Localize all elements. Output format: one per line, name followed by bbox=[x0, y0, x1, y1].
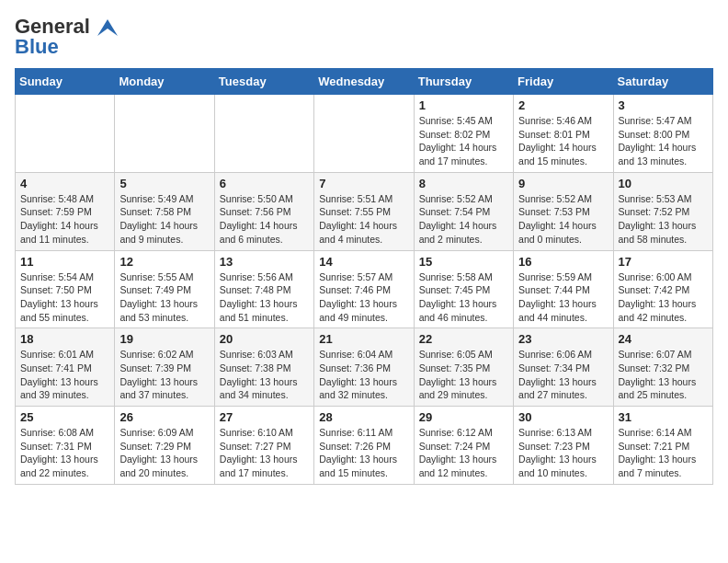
day-number: 11 bbox=[20, 255, 109, 269]
day-number: 6 bbox=[220, 177, 309, 190]
day-info: Sunrise: 5:55 AM Sunset: 7:49 PM Dayligh… bbox=[119, 270, 209, 325]
day-cell: 23Sunrise: 6:06 AM Sunset: 7:34 PM Dayli… bbox=[514, 328, 613, 407]
day-cell: 17Sunrise: 6:00 AM Sunset: 7:42 PM Dayli… bbox=[613, 250, 712, 328]
day-info: Sunrise: 5:46 AM Sunset: 8:01 PM Dayligh… bbox=[518, 114, 608, 168]
weekday-header-thursday: Thursday bbox=[414, 69, 513, 95]
day-cell: 21Sunrise: 6:04 AM Sunset: 7:36 PM Dayli… bbox=[314, 328, 414, 407]
day-cell: 30Sunrise: 6:13 AM Sunset: 7:23 PM Dayli… bbox=[514, 407, 613, 485]
day-info: Sunrise: 6:10 AM Sunset: 7:27 PM Dayligh… bbox=[220, 426, 309, 480]
week-row-3: 11Sunrise: 5:54 AM Sunset: 7:50 PM Dayli… bbox=[16, 250, 713, 328]
day-info: Sunrise: 5:53 AM Sunset: 7:52 PM Dayligh… bbox=[619, 192, 708, 247]
day-info: Sunrise: 6:03 AM Sunset: 7:38 PM Dayligh… bbox=[220, 348, 309, 402]
day-cell: 25Sunrise: 6:08 AM Sunset: 7:31 PM Dayli… bbox=[16, 407, 115, 485]
day-info: Sunrise: 6:08 AM Sunset: 7:31 PM Dayligh… bbox=[20, 426, 109, 480]
day-cell bbox=[16, 95, 115, 173]
day-cell: 6Sunrise: 5:50 AM Sunset: 7:56 PM Daylig… bbox=[214, 172, 313, 250]
day-number: 18 bbox=[20, 332, 109, 346]
day-cell: 18Sunrise: 6:01 AM Sunset: 7:41 PM Dayli… bbox=[16, 328, 115, 407]
day-cell: 9Sunrise: 5:52 AM Sunset: 7:53 PM Daylig… bbox=[514, 172, 613, 250]
day-number: 31 bbox=[619, 410, 708, 424]
logo-bird-icon bbox=[97, 19, 118, 36]
day-cell: 24Sunrise: 6:07 AM Sunset: 7:32 PM Dayli… bbox=[613, 328, 712, 407]
calendar-table: SundayMondayTuesdayWednesdayThursdayFrid… bbox=[15, 68, 713, 485]
weekday-header-friday: Friday bbox=[514, 69, 613, 95]
day-number: 24 bbox=[619, 332, 708, 346]
day-number: 12 bbox=[119, 255, 209, 269]
day-info: Sunrise: 6:01 AM Sunset: 7:41 PM Dayligh… bbox=[20, 348, 109, 402]
day-info: Sunrise: 5:47 AM Sunset: 8:00 PM Dayligh… bbox=[619, 114, 708, 168]
day-cell: 31Sunrise: 6:14 AM Sunset: 7:21 PM Dayli… bbox=[613, 407, 712, 485]
weekday-header-monday: Monday bbox=[115, 69, 214, 95]
day-cell: 22Sunrise: 6:05 AM Sunset: 7:35 PM Dayli… bbox=[414, 328, 513, 407]
day-info: Sunrise: 6:13 AM Sunset: 7:23 PM Dayligh… bbox=[518, 426, 608, 480]
day-number: 20 bbox=[220, 332, 309, 346]
day-number: 8 bbox=[419, 177, 508, 190]
week-row-1: 1Sunrise: 5:45 AM Sunset: 8:02 PM Daylig… bbox=[16, 95, 713, 173]
day-cell: 15Sunrise: 5:58 AM Sunset: 7:45 PM Dayli… bbox=[414, 250, 513, 328]
day-info: Sunrise: 6:14 AM Sunset: 7:21 PM Dayligh… bbox=[619, 426, 708, 480]
day-cell: 14Sunrise: 5:57 AM Sunset: 7:46 PM Dayli… bbox=[314, 250, 414, 328]
day-cell: 11Sunrise: 5:54 AM Sunset: 7:50 PM Dayli… bbox=[16, 250, 115, 328]
day-cell: 29Sunrise: 6:12 AM Sunset: 7:24 PM Dayli… bbox=[414, 407, 513, 485]
day-info: Sunrise: 6:11 AM Sunset: 7:26 PM Dayligh… bbox=[319, 426, 408, 480]
day-info: Sunrise: 5:58 AM Sunset: 7:45 PM Dayligh… bbox=[419, 270, 508, 325]
page-header: General Blue bbox=[15, 15, 713, 59]
day-info: Sunrise: 5:50 AM Sunset: 7:56 PM Dayligh… bbox=[220, 192, 309, 247]
day-number: 25 bbox=[20, 410, 109, 424]
day-info: Sunrise: 6:12 AM Sunset: 7:24 PM Dayligh… bbox=[419, 426, 508, 480]
weekday-header-tuesday: Tuesday bbox=[214, 69, 313, 95]
day-number: 23 bbox=[518, 332, 608, 346]
week-row-5: 25Sunrise: 6:08 AM Sunset: 7:31 PM Dayli… bbox=[16, 407, 713, 485]
day-number: 5 bbox=[119, 177, 209, 190]
day-info: Sunrise: 5:56 AM Sunset: 7:48 PM Dayligh… bbox=[220, 270, 309, 325]
day-number: 13 bbox=[220, 255, 309, 269]
day-info: Sunrise: 6:04 AM Sunset: 7:36 PM Dayligh… bbox=[319, 348, 408, 402]
day-cell: 28Sunrise: 6:11 AM Sunset: 7:26 PM Dayli… bbox=[314, 407, 414, 485]
day-info: Sunrise: 5:57 AM Sunset: 7:46 PM Dayligh… bbox=[319, 270, 408, 325]
week-row-4: 18Sunrise: 6:01 AM Sunset: 7:41 PM Dayli… bbox=[16, 328, 713, 407]
day-number: 10 bbox=[619, 177, 708, 190]
day-cell: 2Sunrise: 5:46 AM Sunset: 8:01 PM Daylig… bbox=[514, 95, 613, 173]
day-cell: 19Sunrise: 6:02 AM Sunset: 7:39 PM Dayli… bbox=[115, 328, 214, 407]
day-number: 3 bbox=[619, 98, 708, 112]
day-cell: 5Sunrise: 5:49 AM Sunset: 7:58 PM Daylig… bbox=[115, 172, 214, 250]
day-number: 7 bbox=[319, 177, 408, 190]
day-info: Sunrise: 5:52 AM Sunset: 7:54 PM Dayligh… bbox=[419, 192, 508, 247]
day-number: 9 bbox=[518, 177, 608, 190]
day-info: Sunrise: 5:45 AM Sunset: 8:02 PM Dayligh… bbox=[419, 114, 508, 168]
day-cell: 12Sunrise: 5:55 AM Sunset: 7:49 PM Dayli… bbox=[115, 250, 214, 328]
day-cell: 8Sunrise: 5:52 AM Sunset: 7:54 PM Daylig… bbox=[414, 172, 513, 250]
svg-marker-0 bbox=[97, 19, 118, 36]
day-info: Sunrise: 6:07 AM Sunset: 7:32 PM Dayligh… bbox=[619, 348, 708, 402]
day-number: 15 bbox=[419, 255, 508, 269]
day-info: Sunrise: 6:05 AM Sunset: 7:35 PM Dayligh… bbox=[419, 348, 508, 402]
week-row-2: 4Sunrise: 5:48 AM Sunset: 7:59 PM Daylig… bbox=[16, 172, 713, 250]
day-cell: 1Sunrise: 5:45 AM Sunset: 8:02 PM Daylig… bbox=[414, 95, 513, 173]
day-number: 2 bbox=[518, 98, 608, 112]
day-number: 30 bbox=[518, 410, 608, 424]
logo-blue-text: Blue bbox=[15, 35, 59, 59]
day-cell: 13Sunrise: 5:56 AM Sunset: 7:48 PM Dayli… bbox=[214, 250, 313, 328]
weekday-header-saturday: Saturday bbox=[613, 69, 712, 95]
day-cell: 7Sunrise: 5:51 AM Sunset: 7:55 PM Daylig… bbox=[314, 172, 414, 250]
day-cell bbox=[314, 95, 414, 173]
day-cell: 27Sunrise: 6:10 AM Sunset: 7:27 PM Dayli… bbox=[214, 407, 313, 485]
day-cell: 16Sunrise: 5:59 AM Sunset: 7:44 PM Dayli… bbox=[514, 250, 613, 328]
day-info: Sunrise: 5:51 AM Sunset: 7:55 PM Dayligh… bbox=[319, 192, 408, 247]
day-cell bbox=[115, 95, 214, 173]
day-number: 19 bbox=[119, 332, 209, 346]
day-number: 27 bbox=[220, 410, 309, 424]
logo: General Blue bbox=[15, 15, 118, 59]
day-info: Sunrise: 6:06 AM Sunset: 7:34 PM Dayligh… bbox=[518, 348, 608, 402]
day-info: Sunrise: 6:00 AM Sunset: 7:42 PM Dayligh… bbox=[619, 270, 708, 325]
day-info: Sunrise: 6:02 AM Sunset: 7:39 PM Dayligh… bbox=[119, 348, 209, 402]
day-cell: 3Sunrise: 5:47 AM Sunset: 8:00 PM Daylig… bbox=[613, 95, 712, 173]
day-info: Sunrise: 5:52 AM Sunset: 7:53 PM Dayligh… bbox=[518, 192, 608, 247]
day-info: Sunrise: 5:54 AM Sunset: 7:50 PM Dayligh… bbox=[20, 270, 109, 325]
weekday-header-wednesday: Wednesday bbox=[314, 69, 414, 95]
day-info: Sunrise: 5:49 AM Sunset: 7:58 PM Dayligh… bbox=[119, 192, 209, 247]
day-number: 1 bbox=[419, 98, 508, 112]
day-cell: 26Sunrise: 6:09 AM Sunset: 7:29 PM Dayli… bbox=[115, 407, 214, 485]
day-info: Sunrise: 6:09 AM Sunset: 7:29 PM Dayligh… bbox=[119, 426, 209, 480]
day-number: 16 bbox=[518, 255, 608, 269]
